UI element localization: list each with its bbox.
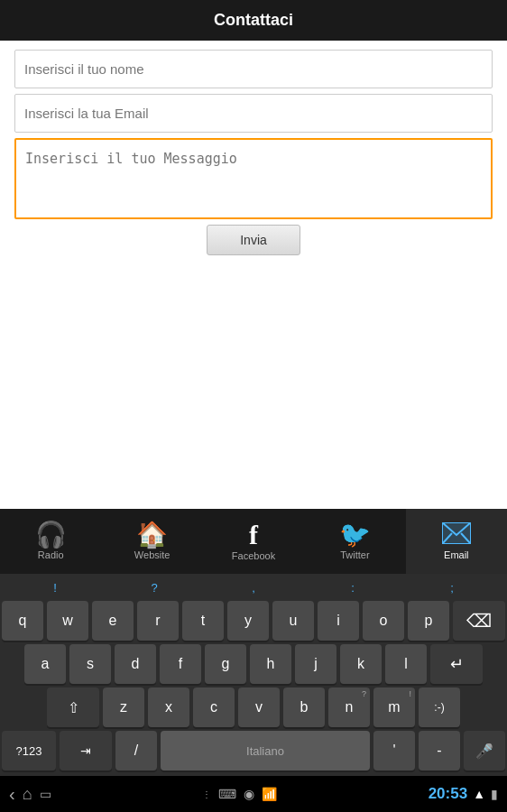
back-icon[interactable]: ‹	[9, 784, 15, 805]
title-text: Contattaci	[214, 11, 293, 29]
form-area: Invia	[0, 41, 507, 270]
radio-icon: 🎧	[35, 522, 67, 548]
key-a[interactable]: a	[24, 644, 66, 684]
key-space[interactable]: Italiano	[161, 731, 370, 770]
key-enter[interactable]: ↵	[430, 644, 483, 684]
keyboard-symbol-row: ! ? , : ;	[2, 577, 505, 598]
key-slash[interactable]: /	[115, 731, 157, 770]
key-v[interactable]: v	[238, 687, 280, 727]
nav-item-twitter[interactable]: 🐦 Twitter	[304, 509, 405, 574]
key-n[interactable]: n?	[328, 687, 370, 727]
email-icon	[442, 522, 471, 548]
key-u[interactable]: u	[272, 601, 314, 641]
keyboard: ! ? , : ; q w e r t y u i o p ⌫ a s d f …	[0, 574, 507, 776]
keyboard-icon: ⌨	[218, 787, 236, 801]
key-z[interactable]: z	[103, 687, 144, 727]
key-o[interactable]: o	[363, 601, 404, 641]
system-time: 20:53	[429, 785, 467, 803]
home-icon[interactable]: ⌂	[23, 785, 32, 804]
nav-item-facebook[interactable]: f Facebook	[203, 509, 304, 574]
sym-colon: :	[333, 579, 373, 596]
sym-comma: ,	[234, 579, 273, 596]
system-bar: ‹ ⌂ ▭ ⋮ ⌨ ◉ 📶 20:53 ▲ ▮	[0, 776, 507, 812]
key-dash[interactable]: -	[419, 731, 460, 770]
name-input[interactable]	[14, 50, 493, 88]
key-s[interactable]: s	[69, 644, 111, 684]
key-y[interactable]: y	[227, 601, 269, 641]
key-t[interactable]: t	[182, 601, 224, 641]
system-bar-left: ‹ ⌂ ▭	[9, 784, 51, 805]
key-f[interactable]: f	[160, 644, 201, 684]
key-q[interactable]: q	[2, 601, 43, 641]
nav-item-website[interactable]: 🏠 Website	[101, 509, 202, 574]
facebook-label: Facebook	[232, 550, 275, 561]
sym-exclaim: !	[35, 579, 75, 596]
message-textarea[interactable]	[14, 138, 493, 219]
key-r[interactable]: r	[137, 601, 179, 641]
key-d[interactable]: d	[115, 644, 156, 684]
key-k[interactable]: k	[340, 644, 382, 684]
bottom-navigation: 🎧 Radio 🏠 Website f Facebook 🐦 Twitter E…	[0, 509, 507, 574]
radio-label: Radio	[38, 549, 64, 560]
key-x[interactable]: x	[148, 687, 189, 727]
keyboard-row-4: ?123 ⇥ / Italiano ' - 🎤	[2, 731, 505, 770]
key-shift[interactable]: ⇧	[47, 687, 99, 727]
twitter-label: Twitter	[340, 549, 369, 560]
content-spacer	[0, 270, 507, 509]
keyboard-row-2: a s d f g h j k l ↵	[2, 644, 505, 684]
website-icon: 🏠	[136, 522, 168, 548]
key-e[interactable]: e	[92, 601, 134, 641]
key-num[interactable]: ?123	[2, 731, 56, 770]
key-apostrophe[interactable]: '	[373, 731, 415, 770]
key-g[interactable]: g	[205, 644, 246, 684]
send-button-wrap: Invia	[14, 225, 493, 255]
center-icon2: ◉	[244, 787, 254, 801]
wifi-icon: ▲	[473, 787, 485, 801]
recents-icon[interactable]: ▭	[40, 787, 51, 801]
battery-icon: ▮	[491, 787, 498, 801]
key-p[interactable]: p	[408, 601, 449, 641]
system-bar-right: 20:53 ▲ ▮	[429, 785, 498, 803]
system-bar-center: ⋮ ⌨ ◉ 📶	[51, 787, 429, 801]
email-input[interactable]	[14, 94, 493, 133]
key-l[interactable]: l	[385, 644, 427, 684]
keyboard-row-1: q w e r t y u i o p ⌫	[2, 601, 505, 641]
signal-icon: 📶	[262, 787, 277, 801]
key-smiley[interactable]: :-)	[419, 687, 460, 727]
key-h[interactable]: h	[250, 644, 291, 684]
facebook-icon: f	[249, 521, 258, 549]
sym-question: ?	[134, 579, 174, 596]
key-m[interactable]: m!	[373, 687, 415, 727]
key-c[interactable]: c	[193, 687, 235, 727]
twitter-icon: 🐦	[339, 522, 371, 548]
nav-item-email[interactable]: Email	[406, 509, 507, 574]
dot-menu: ⋮	[202, 789, 211, 799]
key-b[interactable]: b	[283, 687, 325, 727]
key-i[interactable]: i	[318, 601, 359, 641]
keyboard-row-3: ⇧ z x c v b n? m! :-)	[2, 687, 505, 727]
sym-semicolon: ;	[432, 579, 472, 596]
key-delete[interactable]: ⌫	[453, 601, 505, 641]
key-j[interactable]: j	[295, 644, 336, 684]
email-label: Email	[444, 549, 469, 560]
key-tab[interactable]: ⇥	[60, 731, 112, 770]
website-label: Website	[134, 549, 171, 560]
key-mic[interactable]: 🎤	[464, 731, 505, 770]
nav-item-radio[interactable]: 🎧 Radio	[0, 509, 101, 574]
send-button[interactable]: Invia	[207, 225, 300, 255]
title-bar: Contattaci	[0, 0, 507, 41]
key-w[interactable]: w	[47, 601, 88, 641]
